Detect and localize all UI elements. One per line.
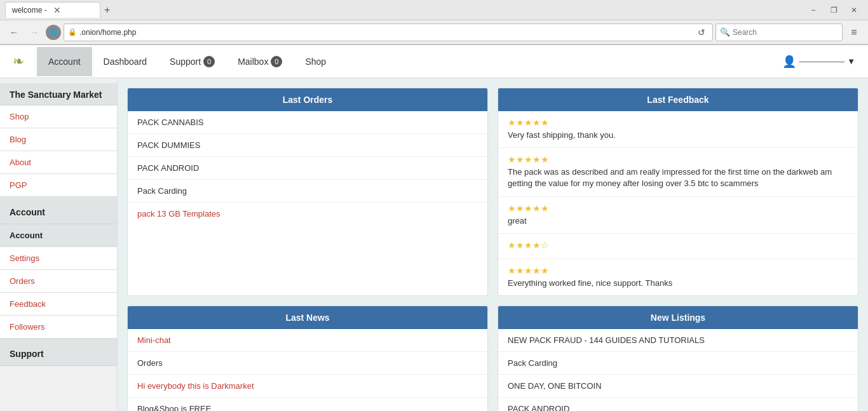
nav-tab-mailbox[interactable]: Mailbox 0 — [226, 46, 294, 77]
browser-search-box[interactable]: 🔍 — [715, 24, 843, 41]
nav-tab-dashboard[interactable]: Dashboard — [92, 47, 159, 76]
feedback-item-1: ★★★★★ The pack was as described and am r… — [498, 148, 858, 196]
sidebar-item-shop[interactable]: Shop — [0, 105, 117, 128]
browser-titlebar: welcome - ✕ + − ❐ ✕ — [0, 0, 868, 20]
feedback-item-2: ★★★★★ great — [498, 197, 858, 234]
last-news-panel: Last News Mini-chat Orders Hi everybody … — [127, 306, 488, 411]
url-input[interactable] — [79, 28, 692, 37]
maximize-button[interactable]: ❐ — [825, 3, 843, 17]
order-row-3[interactable]: Pack Carding — [128, 180, 487, 203]
nav-tab-shop[interactable]: Shop — [294, 47, 337, 76]
sidebar-item-feedback[interactable]: Feedback — [0, 293, 117, 316]
last-orders-body: PACK CANNABIS PACK DUMMIES PACK ANDROID … — [128, 111, 487, 225]
sidebar-item-followers[interactable]: Followers — [0, 316, 117, 339]
new-listings-body: NEW PACK FRAUD - 144 GUIDES AND TUTORIAL… — [498, 329, 858, 411]
new-listings-header: New Listings — [498, 306, 858, 329]
search-input[interactable] — [733, 28, 838, 37]
listing-row-0[interactable]: NEW PACK FRAUD - 144 GUIDES AND TUTORIAL… — [498, 329, 858, 352]
logo-icon: ❧ — [13, 53, 24, 70]
feedback-stars-4: ★★★★★ — [508, 266, 848, 276]
feedback-text-2: great — [508, 215, 848, 227]
sidebar-account-section: Account — [0, 197, 117, 224]
content-area: Last Orders PACK CANNABIS PACK DUMMIES P… — [118, 78, 868, 411]
sidebar-item-about[interactable]: About — [0, 151, 117, 174]
listing-row-1[interactable]: Pack Carding — [498, 352, 858, 375]
lock-icon: 🔒 — [68, 28, 77, 36]
sidebar-market-title: The Sanctuary Market — [0, 83, 117, 105]
back-button[interactable]: ← — [5, 24, 23, 41]
feedback-stars-1: ★★★★★ — [508, 154, 848, 165]
news-row-3[interactable]: Blog&Shop is FREE — [128, 398, 487, 411]
feedback-text-1: The pack was as described and am really … — [508, 166, 848, 189]
sidebar-item-account[interactable]: Account — [0, 224, 117, 247]
order-row-4[interactable]: pack 13 GB Templates — [128, 203, 487, 225]
dropdown-arrow-icon: ▼ — [847, 57, 855, 66]
feedback-stars-2: ★★★★★ — [508, 203, 848, 213]
news-row-1[interactable]: Orders — [128, 352, 487, 375]
order-row-0[interactable]: PACK CANNABIS — [128, 111, 487, 134]
last-news-body: Mini-chat Orders Hi everybody this is Da… — [128, 329, 487, 411]
listing-row-3[interactable]: PACK ANDROID — [498, 398, 858, 411]
browser-tab[interactable]: welcome - ✕ — [5, 2, 100, 18]
feedback-item-3: ★★★★☆ — [498, 234, 858, 259]
browser-toolbar: ← → 🌐 🔒 ↺ 🔍 ≡ — [0, 20, 868, 44]
site-header: ❧ Account Dashboard Support 0 Mailbox 0 … — [0, 45, 868, 78]
feedback-item-0: ★★★★★ Very fast shipping, thank you. — [498, 111, 858, 148]
news-row-0[interactable]: Mini-chat — [128, 329, 487, 352]
site-logo: ❧ — [13, 53, 24, 70]
last-orders-header: Last Orders — [128, 88, 487, 111]
main-nav: Account Dashboard Support 0 Mailbox 0 Sh… — [37, 46, 782, 77]
sidebar-item-settings[interactable]: Settings — [0, 247, 117, 270]
feedback-item-4: ★★★★★ Everything worked fine, nice suppo… — [498, 259, 858, 295]
browser-menu-button[interactable]: ≡ — [845, 24, 863, 41]
reload-button[interactable]: ↺ — [695, 25, 709, 39]
new-listings-panel: New Listings NEW PACK FRAUD - 144 GUIDES… — [498, 306, 858, 411]
last-feedback-body: ★★★★★ Very fast shipping, thank you. ★★★… — [498, 111, 858, 295]
last-feedback-header: Last Feedback — [498, 88, 858, 111]
minimize-button[interactable]: − — [804, 3, 822, 17]
feedback-text-4: Everything worked fine, nice support. Th… — [508, 278, 848, 289]
order-row-2[interactable]: PACK ANDROID — [128, 157, 487, 180]
search-icon: 🔍 — [720, 27, 730, 37]
sidebar-support-section: Support — [0, 339, 117, 366]
sidebar-item-blog[interactable]: Blog — [0, 128, 117, 151]
nav-tab-account[interactable]: Account — [37, 47, 92, 76]
nav-tab-support[interactable]: Support 0 — [158, 46, 226, 77]
news-row-2[interactable]: Hi everybody this is Darkmarket — [128, 375, 487, 398]
address-bar[interactable]: 🔒 ↺ — [64, 24, 713, 41]
listing-row-2[interactable]: ONE DAY, ONE BITCOIN — [498, 375, 858, 398]
sidebar-item-orders[interactable]: Orders — [0, 270, 117, 293]
last-orders-panel: Last Orders PACK CANNABIS PACK DUMMIES P… — [127, 88, 488, 296]
tab-close-button[interactable]: ✕ — [52, 5, 62, 15]
sidebar: The Sanctuary Market Shop Blog About PGP… — [0, 78, 118, 411]
order-row-1[interactable]: PACK DUMMIES — [128, 134, 487, 157]
window-close-button[interactable]: ✕ — [845, 3, 863, 17]
user-name: —————— — [799, 57, 844, 66]
forward-button[interactable]: → — [25, 24, 43, 41]
tab-title: welcome - — [12, 6, 47, 15]
support-badge: 0 — [203, 56, 215, 67]
globe-icon: 🌐 — [46, 25, 61, 40]
window-controls: − ❐ ✕ — [804, 3, 863, 17]
last-news-header: Last News — [128, 306, 487, 329]
last-feedback-panel: Last Feedback ★★★★★ Very fast shipping, … — [498, 88, 858, 296]
mailbox-badge: 0 — [271, 56, 282, 67]
feedback-stars-3: ★★★★☆ — [508, 240, 848, 250]
feedback-text-0: Very fast shipping, thank you. — [508, 130, 848, 141]
browser-chrome: welcome - ✕ + − ❐ ✕ ← → 🌐 🔒 ↺ 🔍 ≡ — [0, 0, 868, 45]
main-layout: The Sanctuary Market Shop Blog About PGP… — [0, 78, 868, 411]
sidebar-item-pgp[interactable]: PGP — [0, 174, 117, 197]
feedback-stars-0: ★★★★★ — [508, 118, 848, 128]
user-menu[interactable]: 👤 —————— ▼ — [782, 55, 855, 69]
new-tab-button[interactable]: + — [100, 4, 114, 16]
user-avatar-icon: 👤 — [782, 55, 796, 69]
